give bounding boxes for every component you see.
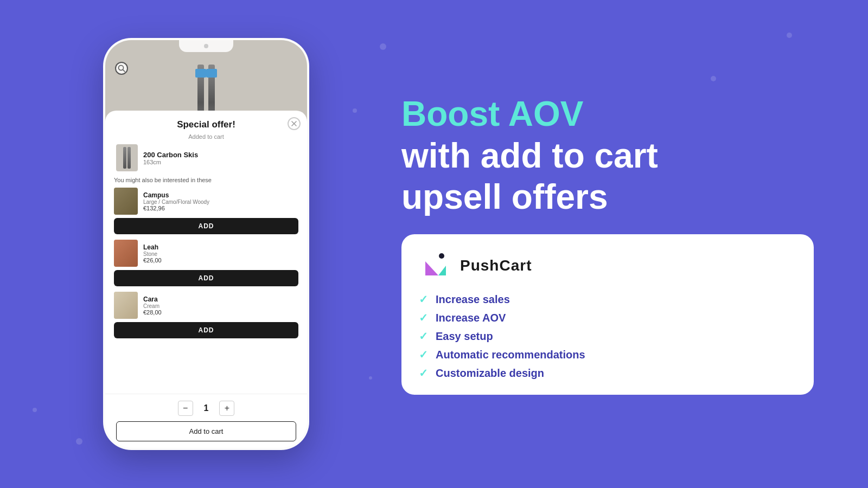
- campus-add-button[interactable]: ADD: [114, 218, 298, 234]
- quantity-increase-button[interactable]: +: [219, 401, 234, 416]
- brand-name: PushCart: [460, 257, 532, 274]
- feature-item-3: ✓ Easy setup: [419, 330, 796, 343]
- check-icon-1: ✓: [419, 293, 428, 306]
- cara-price: €28,00: [143, 309, 162, 316]
- upsell-item-campus: Campus Large / Camo/Floral Woody €132,96…: [114, 188, 298, 234]
- cara-name: Cara: [143, 296, 162, 303]
- headline-line3: upsell offers: [401, 176, 814, 218]
- feature-text-4: Automatic recommendations: [436, 349, 585, 361]
- cara-variant: Cream: [143, 303, 162, 309]
- phone-mockup: Special offer! Added to cart 200 Carbon …: [103, 38, 309, 450]
- feature-text-1: Increase sales: [436, 293, 510, 306]
- headline: Boost AOV with add to cart upsell offers: [401, 93, 814, 218]
- cara-add-button[interactable]: ADD: [114, 322, 298, 338]
- leah-variant: Stone: [143, 251, 162, 257]
- added-product-info: 200 Carbon Skis 163cm: [143, 151, 198, 165]
- added-product-image: [116, 144, 138, 171]
- feature-item-4: ✓ Automatic recommendations: [419, 348, 796, 361]
- also-interested-label: You might also be interested in these: [114, 177, 298, 183]
- leah-image: [114, 240, 138, 267]
- feature-text-5: Customizable design: [436, 367, 544, 380]
- main-layout: Special offer! Added to cart 200 Carbon …: [54, 22, 814, 466]
- check-icon-4: ✓: [419, 348, 428, 361]
- hat-image-inner: [114, 240, 138, 267]
- cara-info: Cara Cream €28,00: [143, 296, 162, 316]
- feature-item-2: ✓ Increase AOV: [419, 311, 796, 324]
- check-icon-2: ✓: [419, 311, 428, 324]
- quantity-row: − 1 +: [116, 401, 296, 416]
- zoom-icon[interactable]: [115, 62, 128, 75]
- svg-line-1: [123, 70, 125, 72]
- info-section: Boost AOV with add to cart upsell offers…: [401, 93, 814, 395]
- svg-point-5: [439, 253, 444, 259]
- add-to-cart-button[interactable]: Add to cart: [116, 421, 296, 441]
- feature-item-1: ✓ Increase sales: [419, 293, 796, 306]
- phone-notch: [179, 40, 233, 52]
- check-icon-5: ✓: [419, 367, 428, 380]
- added-to-cart-label: Added to cart: [114, 133, 298, 140]
- added-product-name: 200 Carbon Skis: [143, 151, 198, 159]
- modal-close-button[interactable]: [288, 117, 301, 130]
- feature-card: PushCart ✓ Increase sales ✓ Increase AOV…: [401, 234, 814, 395]
- brand-logo: [419, 249, 451, 282]
- upsell-item-cara-row: Cara Cream €28,00: [114, 292, 298, 319]
- sweater-image-inner: [114, 292, 138, 319]
- added-product-variant: 163cm: [143, 159, 198, 165]
- campus-image: [114, 188, 138, 215]
- upsell-item-leah-row: Leah Stone €26,00: [114, 240, 298, 267]
- ski-mini-2: [127, 147, 131, 169]
- phone-section: Special offer! Added to cart 200 Carbon …: [54, 22, 358, 466]
- modal-title: Special offer!: [114, 119, 298, 130]
- feature-text-3: Easy setup: [436, 330, 493, 343]
- leah-price: €26,00: [143, 257, 162, 264]
- ski-mini-1: [123, 147, 126, 169]
- leah-name: Leah: [143, 243, 162, 251]
- jacket-image-inner: [114, 188, 138, 215]
- quantity-decrease-button[interactable]: −: [178, 401, 193, 416]
- upsell-item-leah: Leah Stone €26,00 ADD: [114, 240, 298, 286]
- added-product-row: 200 Carbon Skis 163cm: [114, 144, 298, 171]
- phone-bottom-bar: − 1 + Add to cart: [105, 394, 307, 448]
- headline-line2: with add to cart: [401, 135, 814, 177]
- feature-list: ✓ Increase sales ✓ Increase AOV ✓ Easy s…: [419, 293, 796, 380]
- feature-text-2: Increase AOV: [436, 312, 506, 324]
- svg-rect-4: [419, 249, 451, 282]
- quantity-value: 1: [204, 403, 209, 413]
- upsell-item-campus-row: Campus Large / Camo/Floral Woody €132,96: [114, 188, 298, 215]
- campus-name: Campus: [143, 191, 209, 199]
- cara-image: [114, 292, 138, 319]
- upsell-item-cara: Cara Cream €28,00 ADD: [114, 292, 298, 338]
- feature-item-5: ✓ Customizable design: [419, 367, 796, 380]
- leah-add-button[interactable]: ADD: [114, 270, 298, 286]
- campus-info: Campus Large / Camo/Floral Woody €132,96: [143, 191, 209, 211]
- campus-price: €132,96: [143, 205, 209, 211]
- headline-line1: Boost AOV: [401, 93, 814, 135]
- campus-variant: Large / Camo/Floral Woody: [143, 199, 209, 205]
- notch-dot: [204, 44, 208, 48]
- brand-row: PushCart: [419, 249, 796, 282]
- leah-info: Leah Stone €26,00: [143, 243, 162, 264]
- check-icon-3: ✓: [419, 330, 428, 343]
